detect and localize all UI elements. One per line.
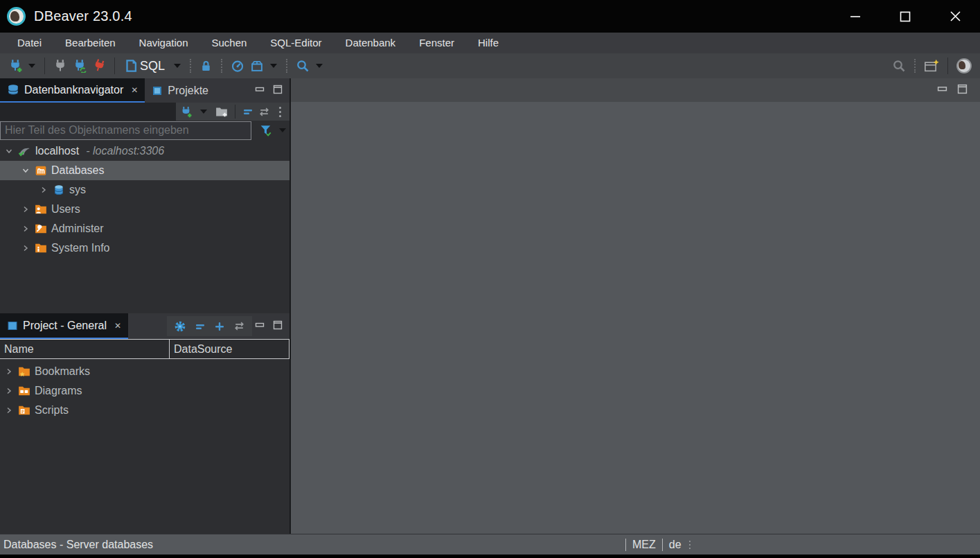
expand-all-icon[interactable] [214, 321, 225, 332]
perspective-icon [924, 59, 939, 73]
tree-item-localhost[interactable]: localhost - localhost:3306 [0, 141, 289, 161]
chevron-right-icon[interactable] [4, 367, 14, 376]
search-metadata-button[interactable] [293, 56, 312, 76]
chevron-right-icon[interactable] [21, 243, 30, 253]
chevron-down-icon[interactable] [4, 146, 14, 156]
panel-minimize-icon[interactable] [255, 85, 265, 97]
status-language[interactable]: de [669, 539, 681, 551]
reconnect-button[interactable] [70, 56, 89, 76]
disconnect-icon [92, 59, 106, 73]
collapse-all-icon[interactable] [195, 321, 206, 332]
column-header-name[interactable]: Name [0, 340, 170, 358]
open-perspective-button[interactable] [921, 56, 942, 76]
tree-item-sys[interactable]: sys [0, 180, 289, 200]
tab-close-icon[interactable]: ✕ [131, 85, 138, 95]
tree-item-label: localhost [35, 145, 79, 157]
tools-caret-icon[interactable] [270, 64, 277, 68]
minimize-icon [850, 11, 861, 22]
tree-item-scripts[interactable]: Scripts [0, 401, 289, 420]
new-connection-icon[interactable] [180, 106, 192, 118]
new-folder-icon[interactable] [215, 106, 228, 117]
status-menu-icon[interactable] [689, 544, 691, 546]
menu-suchen[interactable]: Suchen [199, 34, 258, 52]
window-maximize-button[interactable] [880, 0, 930, 33]
view-menu-icon[interactable] [279, 111, 281, 113]
sql-editor-label: SQL [140, 59, 165, 73]
tree-item-system-info[interactable]: System Info [0, 238, 289, 258]
projects-icon [152, 85, 163, 96]
dotted-separator [190, 59, 191, 73]
dbeaver-logo-icon [7, 7, 26, 26]
window-minimize-button[interactable] [830, 0, 880, 33]
statusbar: Databases - Server databases MEZ de [0, 534, 980, 558]
menu-fenster[interactable]: Fenster [407, 34, 466, 52]
dotted-separator [221, 59, 222, 73]
new-sql-editor-button[interactable]: SQL [121, 56, 170, 76]
tree-item-administer[interactable]: Administer [0, 219, 289, 238]
menu-bearbeiten[interactable]: Bearbeiten [53, 34, 127, 52]
dbeaver-perspective-button[interactable] [954, 56, 974, 76]
lock-button[interactable] [197, 56, 215, 76]
filter-icon[interactable] [260, 124, 272, 137]
collapse-all-icon[interactable] [242, 106, 253, 117]
menu-datei[interactable]: Datei [6, 34, 53, 52]
connect-icon [53, 59, 67, 73]
tab-projects[interactable]: Projekte [145, 78, 215, 103]
disconnect-button[interactable] [89, 56, 109, 76]
window-close-button[interactable] [930, 0, 980, 33]
quick-access-search-button[interactable] [889, 56, 909, 76]
column-header-datasource[interactable]: DataSource [170, 340, 289, 358]
menu-sql-editor[interactable]: SQL-Editor [258, 34, 333, 52]
filter-caret-icon[interactable] [279, 128, 286, 132]
dashboard-button[interactable] [228, 56, 247, 76]
status-message: Databases - Server databases [0, 539, 153, 551]
tree-item-label: sys [69, 184, 86, 196]
maximize-icon [900, 11, 911, 22]
titlebar: DBeaver 23.0.4 [0, 0, 980, 33]
object-filter-input[interactable] [0, 121, 251, 140]
panel-maximize-icon[interactable] [957, 84, 968, 97]
info-folder-icon [35, 243, 47, 254]
panel-minimize-icon[interactable] [255, 320, 265, 333]
tab-database-navigator[interactable]: Datenbanknavigator ✕ [0, 78, 145, 103]
tab-close-icon[interactable]: ✕ [114, 321, 121, 331]
tree-item-diagrams[interactable]: Diagrams [0, 381, 289, 401]
dashboard-icon [231, 59, 244, 73]
tree-item-users[interactable]: Users [0, 200, 289, 219]
status-timezone[interactable]: MEZ [632, 539, 656, 551]
caret-down-icon[interactable] [200, 110, 207, 114]
tab-project-general[interactable]: Project - General ✕ [0, 313, 128, 339]
connect-button[interactable] [51, 56, 70, 76]
lock-icon [199, 60, 213, 73]
editor-area [291, 78, 980, 534]
menu-hilfe[interactable]: Hilfe [466, 34, 510, 52]
new-sql-editor-icon [123, 58, 139, 73]
dbeaver-logo-icon [956, 58, 972, 73]
panel-maximize-icon[interactable] [273, 85, 283, 97]
separator [625, 539, 626, 551]
chevron-right-icon[interactable] [39, 185, 48, 195]
chevron-right-icon[interactable] [21, 204, 30, 214]
sql-editor-caret-icon[interactable] [174, 64, 181, 68]
gear-icon[interactable] [174, 320, 186, 333]
new-connection-caret-icon[interactable] [28, 64, 35, 68]
navigator-toolbar [0, 103, 289, 121]
chevron-right-icon[interactable] [4, 406, 14, 415]
new-connection-button[interactable] [6, 56, 25, 76]
tree-item-bookmarks[interactable]: Bookmarks [0, 362, 289, 381]
chevron-right-icon[interactable] [4, 386, 14, 396]
menu-navigation[interactable]: Navigation [127, 34, 200, 52]
link-with-editor-icon[interactable] [258, 107, 270, 117]
tree-item-databases[interactable]: Databases [0, 161, 289, 180]
tree-item-label: Users [51, 203, 80, 216]
chevron-down-icon[interactable] [21, 166, 30, 175]
package-button[interactable] [247, 56, 267, 76]
menu-datenbank[interactable]: Datenbank [334, 34, 408, 52]
editor-canvas[interactable] [291, 102, 980, 534]
panel-maximize-icon[interactable] [273, 320, 283, 333]
link-with-editor-icon[interactable] [233, 321, 245, 331]
project-panel-tabbar: Project - General ✕ [0, 313, 289, 339]
search-caret-icon[interactable] [316, 64, 323, 68]
chevron-right-icon[interactable] [21, 224, 30, 234]
panel-minimize-icon[interactable] [937, 84, 947, 97]
